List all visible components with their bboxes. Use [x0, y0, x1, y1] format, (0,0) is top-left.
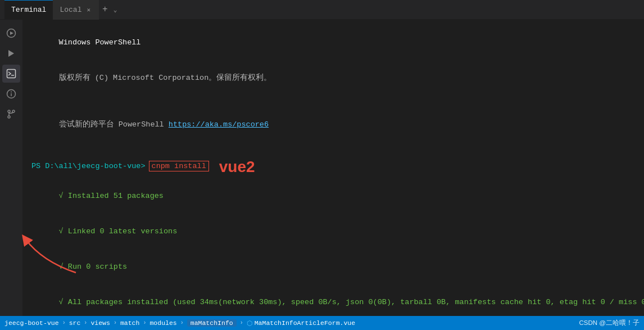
terminal-annotation-vue2: vue2 — [219, 155, 255, 179]
svg-point-10 — [12, 110, 15, 112]
terminal-text-all: √ All packages installed (used 34ms(netw… — [59, 298, 644, 306]
sidebar-icon-info[interactable] — [2, 85, 20, 103]
tab-local-close[interactable]: ✕ — [85, 5, 92, 15]
terminal-cmd-box: cnpm install — [149, 161, 209, 173]
terminal-line-2: 版权所有 (C) Microsoft Corporation。保留所有权利。 — [31, 61, 635, 96]
breadcrumb-modules: modules — [149, 319, 176, 327]
breadcrumb-views: views — [90, 319, 110, 327]
tab-add-button[interactable]: + — [99, 4, 111, 15]
sidebar-icon-git[interactable] — [2, 105, 20, 123]
terminal-line-9: √ Run 0 scripts — [31, 250, 635, 285]
terminal-line-6: PS D:\all\jeecg-boot-vue> cnpm install v… — [31, 155, 635, 179]
terminal-content[interactable]: Windows PowerShell 版权所有 (C) Microsoft Co… — [22, 20, 644, 316]
terminal-text-heading: Windows PowerShell — [59, 38, 141, 47]
sidebar-icon-play[interactable] — [2, 44, 20, 62]
terminal-line-7: √ Installed 51 packages — [31, 179, 635, 215]
terminal-line-8: √ Linked 0 latest versions — [31, 214, 635, 250]
terminal-line-3 — [31, 96, 635, 108]
svg-point-7 — [11, 92, 12, 93]
status-bar: jeecg-boot-vue › src › views › match › m… — [0, 316, 644, 330]
breadcrumb-sep-6: › — [240, 320, 243, 326]
terminal-text-linked: √ Linked 0 latest versions — [59, 227, 178, 236]
terminal-link-pscore[interactable]: https://aka.ms/pscore6 — [169, 120, 269, 129]
tab-bar: Terminal Local ✕ + ⌄ — [0, 0, 644, 20]
main-layout: Windows PowerShell 版权所有 (C) Microsoft Co… — [0, 20, 644, 316]
breadcrumb-maMatchInfo: maMatchInfo — [187, 319, 237, 327]
tab-dropdown-button[interactable]: ⌄ — [111, 6, 120, 13]
terminal-line-1: Windows PowerShell — [31, 25, 635, 61]
terminal-text-run: √ Run 0 scripts — [59, 263, 128, 271]
terminal-cmd-text: cnpm install — [149, 161, 209, 171]
breadcrumb-root: jeecg-boot-vue — [4, 319, 59, 327]
tab-local[interactable]: Local ✕ — [53, 0, 99, 20]
breadcrumb-sep-4: › — [143, 320, 146, 326]
breadcrumb-sep-5: › — [180, 320, 184, 326]
tab-terminal-label: Terminal — [11, 6, 46, 14]
sidebar-icon-play-circle[interactable] — [2, 24, 20, 42]
terminal-line-10: √ All packages installed (used 34ms(netw… — [31, 285, 635, 316]
terminal-text-copyright: 版权所有 (C) Microsoft Corporation。保留所有权利。 — [59, 74, 272, 82]
breadcrumb-vue-icon: ⬡ — [247, 319, 252, 327]
sidebar — [0, 20, 22, 316]
breadcrumb-match: match — [120, 319, 140, 327]
terminal-line-5 — [31, 143, 635, 155]
terminal-prompt-6: PS D:\all\jeecg-boot-vue> — [31, 161, 146, 173]
breadcrumb-sep-1: › — [62, 320, 66, 326]
status-breadcrumb: jeecg-boot-vue › src › views › match › m… — [4, 319, 355, 327]
svg-point-9 — [8, 116, 10, 118]
svg-marker-2 — [8, 50, 14, 57]
terminal-text-installed: √ Installed 51 packages — [59, 192, 164, 200]
sidebar-icon-terminal[interactable] — [2, 65, 20, 83]
tab-terminal[interactable]: Terminal — [4, 0, 53, 20]
terminal-line-4: 尝试新的跨平台 PowerShell https://aka.ms/pscore… — [31, 107, 635, 143]
tab-local-label: Local — [60, 6, 81, 14]
breadcrumb-sep-3: › — [114, 320, 117, 326]
breadcrumb-src: src — [69, 319, 81, 327]
svg-point-8 — [8, 110, 10, 112]
status-right-text: CSDN @二哈喂！子 — [579, 319, 640, 327]
breadcrumb-sep-2: › — [84, 320, 87, 326]
svg-marker-1 — [10, 31, 13, 35]
breadcrumb-file: MaMatchInfoArticleForm.vue — [255, 319, 355, 327]
terminal-text-trypre: 尝试新的跨平台 PowerShell — [59, 120, 169, 129]
